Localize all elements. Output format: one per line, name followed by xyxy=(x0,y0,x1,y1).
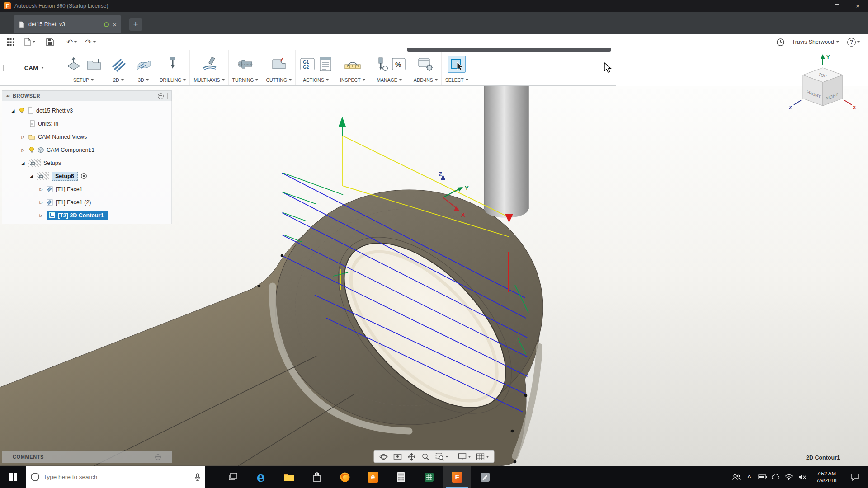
scripts-add-ins-icon[interactable] xyxy=(417,56,434,72)
measure-icon[interactable] xyxy=(344,56,362,72)
select-tool-icon[interactable] xyxy=(448,56,466,73)
app-launcher-button[interactable] xyxy=(5,37,16,47)
cutting-tool[interactable] xyxy=(484,86,528,218)
tray-overflow-chevron[interactable]: ^ xyxy=(743,474,756,480)
task-view-button[interactable] xyxy=(219,466,247,488)
grid-settings-button[interactable] xyxy=(474,452,491,462)
group-label-inspect[interactable]: INSPECT xyxy=(340,77,365,83)
browser-item-root[interactable]: ◢ det15 Rhett v3 xyxy=(2,104,171,117)
browser-header[interactable]: ◂◂ BROWSER xyxy=(2,90,172,101)
volume-muted-icon[interactable] xyxy=(795,474,808,480)
group-label-2d[interactable]: 2D xyxy=(113,77,123,83)
zoom-window-button[interactable] xyxy=(433,452,451,462)
panel-resize-grip[interactable] xyxy=(167,93,168,99)
cortana-icon[interactable] xyxy=(31,473,39,481)
expand-caret-icon[interactable]: ▷ xyxy=(20,148,26,152)
new-folder-icon[interactable] xyxy=(86,56,102,72)
file-menu-button[interactable] xyxy=(23,37,36,47)
expand-caret-icon[interactable]: ▷ xyxy=(20,135,26,139)
group-label-drilling[interactable]: DRILLING xyxy=(160,77,186,83)
drilling-icon[interactable] xyxy=(164,56,181,72)
maximize-button[interactable] xyxy=(826,0,847,12)
browser-item-units[interactable]: Units: in xyxy=(2,117,171,130)
browser-item-face1[interactable]: ▷ [T1] Face1 xyxy=(2,183,171,196)
browser-item-face1-2[interactable]: ▷ [T1] Face1 (2) xyxy=(2,196,171,209)
network-wifi-icon[interactable] xyxy=(782,474,795,480)
job-status-clock-icon[interactable] xyxy=(776,38,785,47)
taskbar-app-gray-button[interactable] xyxy=(471,466,499,488)
group-label-multi-axis[interactable]: MULTI-AXIS xyxy=(193,77,224,83)
view-cube[interactable]: Y TOP FRONT RIGHT X Z xyxy=(788,52,856,120)
group-label-add-ins[interactable]: ADD-INS xyxy=(414,77,438,83)
taskbar-file-explorer-button[interactable] xyxy=(275,466,303,488)
tool-library-icon[interactable] xyxy=(373,56,388,72)
expand-caret-icon[interactable]: ▷ xyxy=(38,213,44,218)
microphone-icon[interactable] xyxy=(194,473,201,481)
help-button[interactable]: ? xyxy=(846,37,861,47)
taskbar-search[interactable] xyxy=(26,466,205,488)
zoom-button[interactable] xyxy=(419,452,433,462)
group-label-setup[interactable]: SETUP xyxy=(73,77,94,83)
battery-icon[interactable] xyxy=(756,474,769,479)
group-label-turning[interactable]: TURNING xyxy=(232,77,259,83)
onedrive-cloud-icon[interactable] xyxy=(769,474,782,480)
activate-target-icon[interactable] xyxy=(80,173,87,179)
browser-item-setup6[interactable]: ◢ Setup6 xyxy=(2,169,171,183)
people-icon[interactable] xyxy=(730,474,743,481)
browser-item-named-views[interactable]: ▷ CAM Named Views xyxy=(2,130,171,143)
2d-pocket-icon[interactable] xyxy=(110,56,127,72)
minimize-panel-icon[interactable] xyxy=(158,93,164,99)
collapse-panel-icon[interactable]: ◂◂ xyxy=(6,94,9,98)
user-account-button[interactable]: Travis Sherwood xyxy=(792,39,839,45)
orbit-button[interactable] xyxy=(377,452,391,462)
expand-caret-icon[interactable]: ◢ xyxy=(10,108,16,113)
comments-bar[interactable]: COMMENTS xyxy=(2,451,172,463)
toolbar-grip[interactable] xyxy=(3,65,5,71)
close-button[interactable]: × xyxy=(847,0,868,12)
group-label-cutting[interactable]: CUTTING xyxy=(266,77,292,83)
machining-time-icon[interactable]: % xyxy=(392,56,406,72)
taskbar-fusion-button[interactable]: F xyxy=(443,466,471,488)
visibility-bulb-icon[interactable] xyxy=(28,146,35,153)
start-button[interactable] xyxy=(0,466,26,488)
turning-icon[interactable] xyxy=(237,56,254,72)
expand-caret-icon[interactable]: ◢ xyxy=(20,161,26,165)
browser-item-setups[interactable]: ◢ Setups xyxy=(2,156,171,169)
setup-sheet-icon[interactable] xyxy=(319,56,332,72)
undo-button[interactable]: ↶ xyxy=(66,38,78,47)
contour1-selection[interactable]: [T2] 2D Contour1 xyxy=(47,211,108,220)
save-button[interactable] xyxy=(45,38,55,47)
group-label-manage[interactable]: MANAGE xyxy=(377,77,402,83)
expand-caret-icon[interactable]: ▷ xyxy=(38,200,44,205)
tab-close-button[interactable]: × xyxy=(113,21,117,28)
group-label-select[interactable]: SELECT xyxy=(445,77,468,83)
setup6-selection[interactable]: Setup6 xyxy=(52,172,78,181)
comments-collapse-icon[interactable] xyxy=(155,454,161,460)
cutting-icon[interactable] xyxy=(270,56,288,72)
taskbar-app-green-button[interactable] xyxy=(415,466,443,488)
expand-caret-icon[interactable]: ◢ xyxy=(28,174,34,178)
taskbar-clock[interactable]: 7:52 AM 7/9/2018 xyxy=(808,470,844,484)
visibility-bulb-icon[interactable] xyxy=(19,107,25,114)
viewport-canvas[interactable]: Z Y X ◂◂ BROWSER ◢ xyxy=(0,86,868,466)
browser-item-2d-contour1[interactable]: ▷ [T2] 2D Contour1 xyxy=(2,209,171,222)
redo-button[interactable]: ↷ xyxy=(84,38,96,47)
taskbar-firefox-button[interactable] xyxy=(331,466,359,488)
new-setup-icon[interactable] xyxy=(65,56,83,72)
new-tab-button[interactable]: + xyxy=(129,18,142,31)
group-label-actions[interactable]: ACTIONS xyxy=(303,77,329,83)
minimize-button[interactable] xyxy=(806,0,826,12)
group-label-3d[interactable]: 3D xyxy=(138,77,148,83)
pan-button[interactable] xyxy=(405,452,419,462)
look-at-button[interactable] xyxy=(391,452,405,462)
action-center-button[interactable] xyxy=(844,473,865,481)
workspace-selector[interactable]: CAM xyxy=(8,50,61,86)
browser-item-component[interactable]: ▷ CAM Component:1 xyxy=(2,143,171,156)
post-process-icon[interactable]: G1G2 xyxy=(299,56,316,72)
taskbar-calculator-button[interactable] xyxy=(387,466,415,488)
display-settings-button[interactable] xyxy=(456,452,473,462)
document-tab[interactable]: det15 Rhett v3 × xyxy=(14,15,121,33)
search-input[interactable] xyxy=(43,474,190,480)
taskbar-store-button[interactable] xyxy=(303,466,331,488)
multi-axis-icon[interactable] xyxy=(201,56,218,72)
